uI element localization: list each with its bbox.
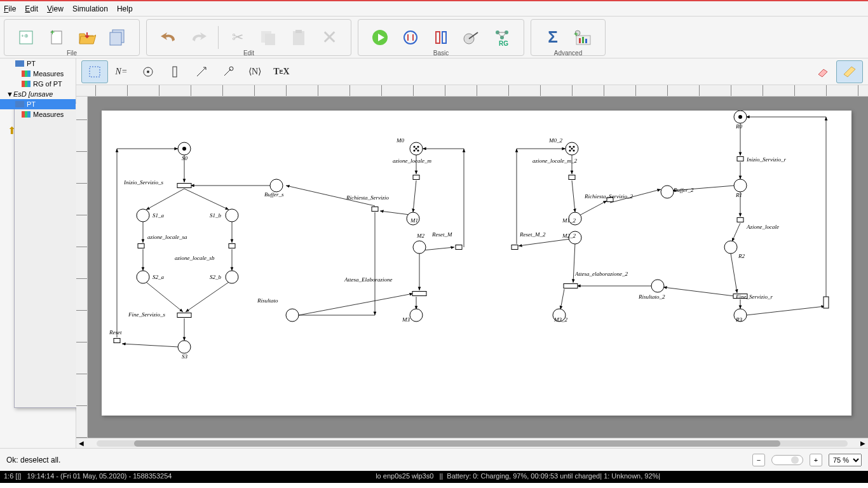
net-page[interactable]: S0Buffer_sS1_aS1_bS2_aS2_bRisultatoS3M0M… [102,111,851,416]
scrollbar-h[interactable]: ◀ ▶ [76,438,868,448]
svg-text:+⊕: +⊕ [21,33,29,39]
rg-button[interactable]: RG [487,24,517,51]
transition-tool[interactable] [161,60,188,83]
n-tool[interactable]: ⟨N⟩ [241,60,268,83]
select-tool[interactable] [81,60,108,83]
svg-point-122 [661,186,674,198]
svg-rect-141 [114,339,120,343]
taskbar-center: lo enp0s25 wlp3s0 || Battery: 0: Chargin… [376,472,660,482]
toolbar-group-file: +⊕ + File [4,19,140,56]
menu-view[interactable]: View [47,4,64,13]
menu-edit[interactable]: Edit [25,4,38,13]
svg-point-78 [182,147,186,151]
svg-text:S3: S3 [182,353,188,360]
group-label-file: File [67,50,77,57]
svg-rect-147 [456,245,462,250]
svg-line-64 [519,239,571,246]
ruler-tool[interactable] [836,60,863,83]
svg-text:M1: M1 [410,217,418,224]
name-tool[interactable]: N= [108,60,135,83]
svg-rect-5 [110,32,121,45]
zoom-out-button[interactable]: − [752,454,765,466]
svg-text:Inizio_Servizio_s: Inizio_Servizio_s [123,179,163,186]
svg-rect-157 [564,284,578,288]
canvas[interactable]: S0Buffer_sS1_aS1_bS2_aS2_bRisultatoS3M0M… [88,97,868,438]
play-button[interactable] [365,24,395,51]
svg-point-27 [147,71,149,73]
svg-point-80 [270,179,283,192]
svg-text:Fine_Servizio_r: Fine_Servizio_r [735,294,773,300]
tree-item-measures[interactable]: Measures [0,69,76,79]
svg-text:+: + [574,30,578,39]
svg-rect-21 [582,37,584,43]
tree-item-measures2[interactable]: Measures [0,109,76,119]
redo-button[interactable] [184,24,214,51]
menu-simulation[interactable]: Simulation [72,4,108,13]
new-net-button[interactable]: +⊕ [11,24,41,51]
open-button[interactable] [72,24,102,51]
svg-line-73 [663,287,735,296]
new-page-button[interactable]: + [41,24,72,51]
svg-rect-145 [372,207,378,212]
project-tree: PT Measures RG of PT ▼ EsD [unsave PT Me… [0,58,76,448]
svg-rect-9 [295,30,302,33]
svg-rect-25 [90,67,100,77]
tree-item-esd[interactable]: ▼ EsD [unsave [0,89,76,99]
menu-help[interactable]: Help [117,4,133,13]
group-label-basic: Basic [433,50,449,57]
svg-rect-135 [138,244,144,248]
menu-file[interactable]: FFileile [4,4,16,13]
analysis1-button[interactable] [395,24,426,51]
copy-button[interactable] [253,24,283,51]
svg-point-112 [571,147,573,149]
system-taskbar: 1:6 [|] 19:14:14 - (Fri 01 May, 05.2020)… [0,471,868,483]
delete-button[interactable]: ✕ [314,24,344,51]
svg-line-37 [146,282,183,312]
svg-text:azione_locale_sa: azione_locale_sa [147,234,187,240]
cut-button[interactable]: ✂ [222,24,253,51]
svg-line-57 [572,180,575,212]
menubar: FFileile Edit View Simulation Help [0,1,868,17]
svg-text:Reset: Reset [109,329,122,336]
svg-rect-20 [579,38,581,43]
svg-text:M3_2: M3_2 [553,316,567,323]
place-tool[interactable] [135,60,161,83]
svg-line-52 [299,294,413,315]
tex-tool[interactable]: TEX [268,60,295,83]
svg-line-70 [731,254,737,293]
save-all-button[interactable] [102,24,133,51]
svg-text:Risultato_2: Risultato_2 [638,294,665,300]
zoom-in-button[interactable]: + [810,454,822,466]
tree-item-rg[interactable]: RG of PT [0,79,76,89]
inhibitor-tool[interactable] [215,60,241,83]
paste-button[interactable] [283,24,314,51]
status-message: Ok: deselect all. [6,456,752,464]
svg-text:R3: R3 [735,316,742,323]
svg-text:M2: M2 [416,233,424,239]
svg-text:azione_locale_m: azione_locale_m [393,158,431,164]
svg-text:M0_2: M0_2 [548,137,562,144]
svg-text:M1_2: M1_2 [562,217,576,224]
sigma-button[interactable]: Σ [538,24,568,51]
arc-tool[interactable] [188,60,215,83]
undo-button[interactable] [153,24,184,51]
analysis2-button[interactable] [426,24,456,51]
svg-point-88 [226,271,238,283]
tree-item-pt[interactable]: PT [0,58,76,69]
tree-item-pt2[interactable]: PT [0,99,76,109]
svg-point-127 [734,179,747,192]
svg-rect-165 [824,297,829,308]
zoom-slider[interactable] [771,455,803,465]
svg-text:R1: R1 [735,192,742,198]
svg-text:Attesa_Elaborazione: Attesa_Elaborazione [344,276,393,283]
svg-point-92 [178,341,191,353]
svg-rect-159 [737,157,743,161]
zoom-select[interactable]: 75 % [829,454,862,466]
svg-text:M2_2: M2_2 [562,233,576,239]
svg-text:Richiesta_Servizio_2: Richiesta_Servizio_2 [584,193,633,200]
svg-rect-139 [177,313,191,318]
taskbar-left: 1:6 [|] 19:14:14 - (Fri 01 May, 05.2020)… [4,472,172,482]
measure-button[interactable] [456,24,487,51]
eraser-tool[interactable] [810,60,836,83]
advanced2-button[interactable]: + [568,24,599,51]
